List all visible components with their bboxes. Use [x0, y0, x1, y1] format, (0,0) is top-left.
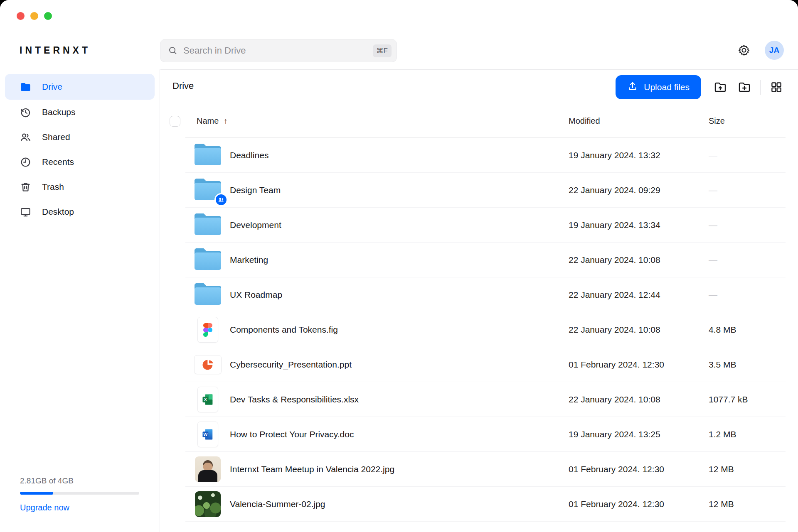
file-name: Deadlines	[230, 150, 268, 160]
search-shortcut-badge: ⌘F	[373, 44, 392, 57]
column-header-modified[interactable]: Modified	[569, 116, 600, 126]
grid-view-icon[interactable]	[767, 78, 786, 96]
column-header-name[interactable]: Name ↑	[197, 116, 228, 126]
file-size: 4.8 MB	[709, 325, 736, 335]
file-name: Dev Tasks & Responsibilities.xlsx	[230, 395, 359, 405]
table-header: Name ↑ Modified Size	[170, 105, 786, 138]
window-controls	[17, 12, 52, 20]
internxt-logo: INTERNXT	[20, 45, 91, 56]
upgrade-now-link[interactable]: Upgrade now	[20, 503, 69, 512]
folder-icon	[193, 212, 223, 238]
select-all-checkbox[interactable]	[170, 116, 180, 127]
file-modified: 22 January 2024. 09:29	[569, 185, 660, 195]
folder-icon	[193, 282, 223, 308]
sidebar-item-drive[interactable]: Drive	[5, 74, 155, 100]
table-row[interactable]: X Dev Tasks & Responsibilities.xlsx 22 J…	[170, 382, 786, 417]
file-name: How to Protect Your Privacy.doc	[230, 429, 354, 439]
column-header-size[interactable]: Size	[709, 116, 725, 126]
powerpoint-file-icon	[194, 355, 222, 374]
sort-ascending-icon: ↑	[224, 117, 228, 126]
toolbar-divider	[760, 80, 761, 95]
file-size: —	[709, 290, 717, 300]
close-window-button[interactable]	[17, 12, 25, 20]
file-modified: 01 February 2024. 12:30	[569, 464, 664, 474]
file-size: 1.2 MB	[709, 429, 736, 439]
shared-folder-icon	[193, 177, 223, 203]
storage-usage-label: 2.81GB of 4GB	[20, 476, 139, 485]
file-size: —	[709, 255, 717, 265]
file-size: 1077.7 kB	[709, 395, 748, 405]
file-modified: 19 January 2024. 13:32	[569, 150, 660, 160]
search-input[interactable]: Search in Drive ⌘F	[160, 39, 397, 62]
word-file-icon: W	[197, 422, 218, 447]
table-row[interactable]: UX Roadmap 22 January 2024. 12:44 —	[170, 277, 786, 312]
top-bar: INTERNXT Search in Drive ⌘F JA	[0, 0, 798, 69]
sidebar: Drive Backups Shared Recents Trash Deskt…	[0, 69, 160, 532]
file-modified: 22 January 2024. 10:08	[569, 395, 660, 405]
people-icon	[20, 132, 31, 143]
table-row[interactable]: Valencia-Summer-02.jpg 01 February 2024.…	[170, 487, 786, 522]
sidebar-item-trash[interactable]: Trash	[5, 174, 155, 199]
file-modified: 19 January 2024. 13:25	[569, 429, 660, 439]
main-content: Drive Upload files	[160, 69, 798, 532]
table-row[interactable]: Marketing 22 January 2024. 10:08 —	[170, 243, 786, 277]
file-name: Valencia-Summer-02.jpg	[230, 499, 325, 509]
storage-progress-bar	[20, 492, 139, 495]
zoom-window-button[interactable]	[44, 12, 52, 20]
svg-text:W: W	[203, 432, 207, 437]
file-name: Design Team	[230, 185, 281, 195]
table-row[interactable]: Components and Tokens.fig 22 January 202…	[170, 312, 786, 347]
file-size: —	[709, 185, 717, 195]
file-name: Marketing	[230, 255, 268, 265]
table-row[interactable]: Development 19 January 2024. 13:34 —	[170, 208, 786, 243]
new-folder-icon[interactable]	[735, 78, 754, 96]
sidebar-item-shared[interactable]: Shared	[5, 125, 155, 150]
file-size: —	[709, 150, 717, 160]
history-icon	[20, 107, 31, 118]
sidebar-item-desktop[interactable]: Desktop	[5, 199, 155, 224]
search-placeholder: Search in Drive	[183, 45, 373, 56]
avatar[interactable]: JA	[765, 41, 784, 60]
photo-thumbnail	[195, 456, 221, 482]
file-name: Internxt Team Meetup in Valencia 2022.jp…	[230, 464, 394, 474]
clock-icon	[20, 157, 31, 168]
folder-icon	[20, 81, 31, 93]
photo-thumbnail	[195, 491, 221, 517]
table-row[interactable]: Deadlines 19 January 2024. 13:32 —	[170, 138, 786, 173]
table-row[interactable]: W How to Protect Your Privacy.doc 19 Jan…	[170, 417, 786, 452]
figma-file-icon	[197, 317, 218, 343]
sidebar-item-label: Desktop	[42, 207, 74, 217]
app-window: INTERNXT Search in Drive ⌘F JA Drive	[0, 0, 798, 532]
table-row[interactable]: Cybersecurity_Presentation.ppt 01 Februa…	[170, 347, 786, 382]
upload-folder-icon[interactable]	[711, 78, 729, 96]
file-name: Components and Tokens.fig	[230, 325, 338, 335]
file-name: Cybersecurity_Presentation.ppt	[230, 360, 352, 370]
search-icon	[167, 45, 178, 56]
settings-gear-icon[interactable]	[735, 41, 753, 59]
file-name: UX Roadmap	[230, 290, 282, 300]
shared-users-badge	[214, 193, 228, 206]
excel-file-icon: X	[197, 387, 218, 412]
sidebar-item-label: Backups	[42, 107, 76, 117]
svg-text:X: X	[204, 397, 207, 402]
minimize-window-button[interactable]	[30, 12, 38, 20]
file-table: Name ↑ Modified Size Deadlines 19 Januar…	[170, 105, 786, 522]
file-size: 12 MB	[709, 499, 734, 509]
sidebar-item-recents[interactable]: Recents	[5, 150, 155, 174]
file-modified: 22 January 2024. 10:08	[569, 255, 660, 265]
file-modified: 19 January 2024. 13:34	[569, 220, 660, 230]
table-row[interactable]: Design Team 22 January 2024. 09:29 —	[170, 173, 786, 208]
folder-icon	[193, 142, 223, 168]
folder-icon	[193, 247, 223, 273]
file-size: 3.5 MB	[709, 360, 736, 370]
file-modified: 01 February 2024. 12:30	[569, 499, 664, 509]
sidebar-item-label: Trash	[42, 182, 64, 192]
file-modified: 22 January 2024. 12:44	[569, 290, 660, 300]
file-modified: 01 February 2024. 12:30	[569, 360, 664, 370]
file-modified: 22 January 2024. 10:08	[569, 325, 660, 335]
sidebar-item-label: Shared	[42, 132, 70, 142]
upload-files-button[interactable]: Upload files	[616, 75, 701, 99]
sidebar-item-backups[interactable]: Backups	[5, 100, 155, 125]
table-row[interactable]: Internxt Team Meetup in Valencia 2022.jp…	[170, 452, 786, 487]
page-title: Drive	[172, 81, 194, 91]
